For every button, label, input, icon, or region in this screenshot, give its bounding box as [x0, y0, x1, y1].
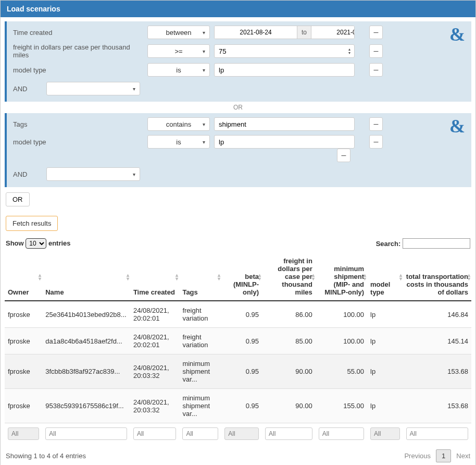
col-minship[interactable]: minimum shipment (MIP- and MINLP-only)▴▾ — [316, 253, 367, 301]
col-name[interactable]: Name▴▾ — [42, 253, 130, 301]
remove-group-button[interactable]: – — [337, 149, 350, 162]
column-filter-mtype — [367, 423, 403, 445]
pager-previous[interactable]: Previous — [404, 452, 431, 460]
or-divider: OR — [5, 104, 471, 111]
remove-filter-button[interactable]: – — [369, 26, 383, 39]
col-owner[interactable]: Owner▴▾ — [5, 253, 42, 301]
col-mtype[interactable]: model type▴▾ — [367, 253, 403, 301]
cell-tags: freight variation — [179, 328, 221, 354]
column-filter-input[interactable] — [265, 427, 312, 440]
cell-beta: 0.95 — [221, 301, 262, 328]
table-row[interactable]: fproskeda1a8c4b6a4518aef2fd...24/08/2021… — [5, 328, 471, 354]
filter-label: model type — [13, 138, 143, 146]
entries-select[interactable]: 10 — [26, 238, 46, 249]
column-filter-input[interactable] — [182, 427, 218, 440]
chevron-down-icon: ▾ — [203, 121, 205, 127]
cell-cost: 153.68 — [403, 389, 471, 423]
cell-freight: 86.00 — [262, 301, 316, 328]
pager-page-1[interactable]: 1 — [436, 449, 451, 462]
operator-select[interactable]: >= ▾ — [147, 44, 210, 58]
cell-minship: 55.00 — [316, 354, 367, 389]
chevron-down-icon: ▾ — [203, 67, 205, 73]
number-spinner[interactable]: ▴▾ — [345, 47, 354, 55]
cell-mtype: lp — [367, 328, 403, 354]
search-input[interactable] — [403, 238, 470, 249]
operator-select[interactable]: is ▾ — [147, 135, 210, 149]
sort-icon: ▴▾ — [364, 273, 366, 280]
col-freight[interactable]: freight in dollars per case per thousand… — [262, 253, 316, 301]
table-footer: Showing 1 to 4 of 4 entries Previous 1 N… — [5, 449, 471, 462]
add-or-button[interactable]: OR — [6, 192, 30, 206]
operator-select[interactable]: contains ▾ — [147, 117, 210, 131]
table-body: fproske25e3641b4013ebed92b8...24/08/2021… — [5, 301, 471, 423]
column-filter-input[interactable] — [319, 427, 364, 440]
table-row[interactable]: fproske3fcbb8b3f8af927ac839...24/08/2021… — [5, 354, 471, 389]
panel-body: & Time created between ▾ to – freight in… — [1, 17, 475, 465]
remove-filter-button[interactable]: – — [369, 117, 383, 131]
col-tags[interactable]: Tags▴▾ — [179, 253, 221, 301]
cell-time: 24/08/2021, 20:03:32 — [130, 389, 180, 423]
pager-next[interactable]: Next — [456, 452, 470, 460]
cell-owner: fproske — [5, 328, 42, 354]
col-time[interactable]: Time created▴▾ — [130, 253, 180, 301]
minus-icon: – — [342, 151, 346, 160]
column-filter-input[interactable] — [45, 427, 127, 440]
fetch-results-button[interactable]: Fetch results — [6, 216, 58, 231]
value-input[interactable] — [214, 135, 355, 149]
column-filter-input[interactable] — [406, 427, 468, 440]
pager: Previous 1 Next — [404, 449, 470, 462]
table-row[interactable]: fproske25e3641b4013ebed92b8...24/08/2021… — [5, 301, 471, 328]
remove-filter-button[interactable]: – — [369, 44, 383, 58]
and-field-select[interactable]: ▾ — [46, 82, 140, 95]
sort-icon: ▴▾ — [127, 273, 129, 280]
column-filter-minship — [316, 423, 367, 445]
value-input[interactable] — [214, 63, 355, 77]
filter-row-model-type: model type is ▾ – — [13, 135, 465, 149]
filter-label: model type — [13, 66, 143, 74]
panel-title: Load scenarios — [1, 1, 475, 17]
cell-name: 9538c59391675586c19f... — [42, 389, 130, 423]
chevron-down-icon: ▾ — [345, 51, 354, 55]
cell-tags: minimum shipment var... — [179, 354, 221, 389]
sort-icon: ▴▾ — [399, 273, 402, 280]
table-head: Owner▴▾Name▴▾Time created▴▾Tags▴▾beta (M… — [5, 253, 471, 301]
chevron-down-icon: ▾ — [133, 172, 135, 177]
column-filter-input — [8, 427, 39, 440]
date-to-input[interactable] — [311, 26, 355, 39]
cell-minship: 100.00 — [316, 301, 367, 328]
operator-select[interactable]: between ▾ — [147, 26, 210, 39]
column-filter-input — [370, 427, 400, 440]
filter-group-1: & Time created between ▾ to – freight in… — [5, 21, 471, 102]
cell-freight: 90.00 — [262, 354, 316, 389]
minus-icon: – — [374, 65, 379, 75]
filter-group-2: & Tags contains ▾ – model type is ▾ – — [5, 113, 471, 187]
entries-suffix: entries — [48, 239, 71, 247]
column-filter-name — [42, 423, 130, 445]
table-row[interactable]: fproske9538c59391675586c19f...24/08/2021… — [5, 389, 471, 423]
table-controls: Show 10 entries Search: — [5, 238, 471, 249]
date-from-input[interactable] — [215, 26, 297, 39]
cell-owner: fproske — [5, 354, 42, 389]
col-beta[interactable]: beta (MINLP-only)▴▾ — [221, 253, 262, 301]
number-input-wrap: ▴▾ — [214, 44, 355, 58]
column-filter-input[interactable] — [133, 427, 177, 440]
filter-label: freight in dollars per case per thousand… — [13, 43, 143, 59]
value-input[interactable] — [214, 117, 355, 131]
date-range-input: to — [214, 26, 355, 39]
cell-minship: 100.00 — [316, 328, 367, 354]
minus-icon: – — [374, 119, 379, 129]
cell-beta: 0.95 — [221, 328, 262, 354]
show-label: Show — [6, 239, 24, 247]
cell-owner: fproske — [5, 389, 42, 423]
and-field-select[interactable]: ▾ — [46, 167, 140, 181]
number-input[interactable] — [215, 47, 345, 55]
remove-filter-button[interactable]: – — [369, 63, 383, 77]
column-filter-time — [130, 423, 180, 445]
operator-select[interactable]: is ▾ — [147, 63, 210, 77]
remove-filter-button[interactable]: – — [369, 135, 383, 149]
cell-name: 3fcbb8b3f8af927ac839... — [42, 354, 130, 389]
minus-icon: – — [374, 28, 379, 37]
col-cost[interactable]: total transportation costs in thousands … — [403, 253, 471, 301]
ampersand-icon: & — [449, 115, 465, 137]
filter-label: Tags — [13, 120, 143, 128]
